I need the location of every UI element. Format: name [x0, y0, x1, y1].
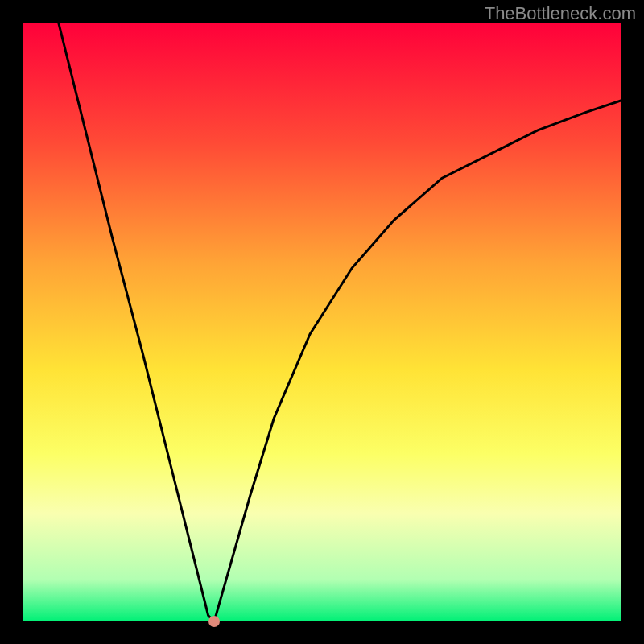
optimal-point-marker [208, 616, 220, 627]
bottleneck-curve [23, 23, 621, 621]
chart-plot-area [23, 23, 621, 621]
watermark-text: TheBottleneck.com [485, 3, 636, 24]
